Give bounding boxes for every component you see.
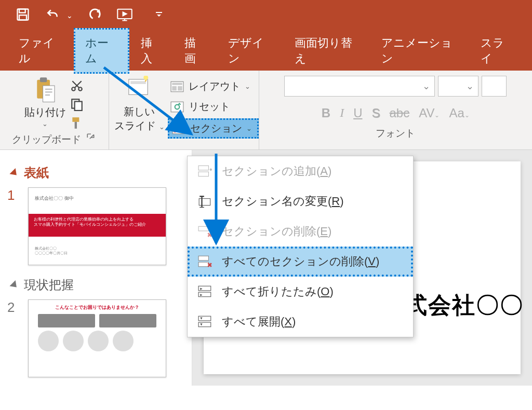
tab-transition[interactable]: 画面切り替え [283, 28, 370, 74]
chevron-down-icon: ⌄ [466, 80, 474, 92]
tab-draw[interactable]: 描画 [173, 28, 217, 74]
chevron-down-icon: ⌄ [42, 119, 48, 129]
section-label: セクション [190, 121, 242, 135]
svg-rect-18 [172, 83, 182, 85]
svg-rect-35 [198, 316, 211, 321]
svg-rect-2 [19, 15, 26, 20]
cut-icon[interactable] [70, 79, 85, 92]
group-font: ⌄ ⌄ B I U S abc AV⌄ Aa⌄ フォント [259, 71, 532, 149]
svg-rect-32 [198, 262, 208, 267]
paste-label: 貼り付け [24, 105, 66, 119]
format-painter-icon[interactable] [70, 116, 85, 130]
copy-icon[interactable] [70, 98, 85, 111]
slideshow-icon[interactable] [116, 7, 133, 24]
reset-label: リセット [189, 100, 230, 114]
svg-rect-1 [19, 9, 25, 12]
thumb-row-1: 1 株式会社〇〇 御中 お客様の利便性と代理店の業務効率の向上を向上するスマホ購… [7, 187, 184, 265]
svg-rect-13 [74, 122, 76, 129]
svg-rect-15 [131, 81, 147, 84]
strikethrough-button[interactable]: abc [389, 106, 409, 120]
chevron-down-icon: ⌄ [422, 80, 430, 92]
svg-rect-26 [198, 166, 208, 170]
new-slide-label-2: スライド [114, 120, 156, 131]
svg-rect-25 [174, 130, 176, 132]
svg-rect-19 [172, 86, 177, 90]
menu-rename-section[interactable]: セクション名の変更(R) [188, 186, 413, 216]
change-case-button[interactable]: Aa⌄ [449, 106, 469, 120]
char-spacing-button[interactable]: AV⌄ [419, 106, 440, 120]
clipboard-group-label: クリップボード [12, 130, 81, 146]
paste-button[interactable]: 貼り付け ⌄ [24, 76, 66, 129]
section-button[interactable]: セクション ⌄ [168, 118, 259, 139]
font-size-combo[interactable]: ⌄ [438, 76, 478, 97]
tab-file[interactable]: ファイル [7, 28, 74, 74]
thumb1-footer: 株式会社〇〇〇〇〇〇年〇月〇日 [35, 246, 68, 255]
tab-home[interactable]: ホーム [74, 28, 129, 74]
text-shadow-button[interactable]: S [371, 106, 380, 120]
svg-rect-12 [72, 117, 79, 122]
undo-dropdown-icon[interactable]: ⌄ [66, 11, 73, 20]
chevron-down-icon: ⌄ [159, 123, 165, 131]
underline-button[interactable]: U [353, 106, 362, 120]
svg-rect-29 [201, 196, 202, 208]
ribbon: 貼り付け ⌄ クリップボード [0, 71, 532, 150]
group-clipboard: 貼り付け ⌄ クリップボード [0, 71, 109, 149]
rename-section-icon [197, 194, 214, 209]
save-icon[interactable] [16, 7, 30, 24]
tab-slideshow[interactable]: スライ [469, 28, 525, 74]
group-slides: 新しい スライド ⌄ レイアウト ⌄ リセット セクション ⌄ [109, 71, 259, 149]
section-header-2[interactable]: 現状把握 [10, 277, 184, 293]
redo-icon[interactable] [87, 7, 102, 24]
layout-button[interactable]: レイアウト ⌄ [168, 78, 259, 95]
slide-number-2: 2 [7, 299, 20, 316]
add-section-icon [197, 164, 214, 179]
delete-section-icon [197, 224, 214, 239]
svg-rect-36 [198, 322, 211, 327]
bold-button[interactable]: B [322, 106, 330, 120]
undo-icon[interactable] [45, 8, 60, 24]
section-menu: セクションの追加(A) セクション名の変更(R) セクションの削除(E) すべて… [187, 156, 414, 337]
font-name-combo[interactable]: ⌄ [284, 76, 435, 97]
chevron-down-icon: ⌄ [246, 125, 252, 132]
clipboard-launcher-icon[interactable] [86, 133, 97, 143]
layout-label: レイアウト [189, 79, 241, 93]
reset-button[interactable]: リセット [168, 98, 259, 115]
slide-thumbnail-1[interactable]: 株式会社〇〇 御中 お客様の利便性と代理店の業務効率の向上を向上するスマホ購入予… [28, 187, 166, 265]
menu-delete-all-sections[interactable]: すべてのセクションの削除(V) [188, 247, 413, 277]
section-collapse-icon [9, 168, 19, 177]
tab-insert[interactable]: 挿入 [129, 28, 173, 74]
menu-delete-section: セクションの削除(E) [188, 216, 413, 247]
svg-rect-21 [171, 102, 183, 112]
new-slide-icon[interactable] [125, 76, 153, 105]
svg-rect-30 [198, 226, 208, 231]
thumb-row-2: 2 こんなことでお困りではありませんか？ [7, 299, 184, 377]
menu-expand-all[interactable]: すべて展開(X) [188, 307, 413, 337]
section-1-title: 表紙 [24, 165, 49, 181]
delete-all-sections-icon [197, 254, 214, 269]
thumb1-header: 株式会社〇〇 御中 [35, 195, 74, 202]
new-slide-label-1: 新しい [124, 105, 155, 119]
slide-number-1: 1 [7, 187, 20, 203]
tab-design[interactable]: デザイン [217, 28, 283, 74]
tab-animation[interactable]: アニメーション [370, 28, 469, 74]
slide-thumbnail-2[interactable]: こんなことでお困りではありませんか？ [28, 299, 166, 377]
section-2-title: 現状把握 [24, 277, 74, 293]
italic-button[interactable]: I [340, 106, 344, 120]
quick-access-toolbar: ⌄ [0, 0, 532, 31]
svg-rect-24 [174, 125, 176, 127]
qat-customize-icon[interactable] [155, 10, 163, 21]
section-collapse-icon [9, 280, 19, 290]
font-size-extra[interactable] [482, 76, 507, 97]
section-header-1[interactable]: 表紙 [10, 165, 184, 181]
svg-rect-7 [43, 86, 55, 102]
reset-icon [170, 100, 184, 114]
chevron-down-icon: ⌄ [245, 83, 250, 90]
svg-rect-6 [39, 77, 47, 82]
menu-collapse-all[interactable]: すべて折りたたみ(O) [188, 277, 413, 307]
expand-all-icon [197, 315, 214, 329]
font-group-label: フォント [376, 120, 415, 140]
collapse-all-icon [197, 284, 214, 299]
svg-rect-28 [199, 199, 210, 206]
svg-rect-11 [74, 102, 82, 111]
svg-rect-20 [178, 86, 182, 90]
